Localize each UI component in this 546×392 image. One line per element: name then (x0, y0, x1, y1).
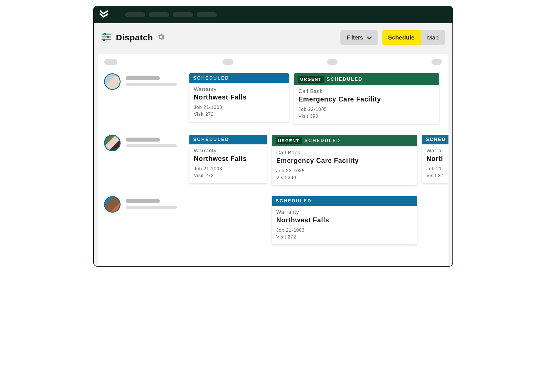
cards-area: SCHEDULEDWarrantyNorthwest FallsJob 21-1… (189, 73, 442, 125)
job-card[interactable]: URGENTSCHEDULEDCall BackEmergency Care F… (272, 135, 417, 185)
visit-number: Visit 390 (276, 174, 412, 181)
job-card-body: WarrantyNorthwest FallsJob 21-1003Visit … (189, 144, 267, 183)
job-type: Warra (427, 148, 448, 154)
placeholder-line (126, 199, 160, 203)
job-card-header: SCHED (422, 135, 448, 144)
titlebar (94, 6, 452, 23)
column-header-placeholder (431, 59, 442, 65)
job-title: Northwest Falls (276, 216, 412, 224)
person-cell (104, 73, 189, 90)
chevron-down-icon (367, 34, 372, 41)
visit-number: Visit 272 (276, 234, 412, 240)
job-type: Call Back (299, 88, 435, 94)
job-card[interactable]: URGENTSCHEDULEDCall BackEmergency Care F… (294, 73, 439, 124)
placeholder-line (126, 206, 177, 209)
schedule-tab[interactable]: Schedule (382, 30, 421, 45)
job-card-header: SCHEDULED (189, 135, 267, 144)
job-card[interactable]: SCHEDULEDWarrantyNorthwest FallsJob 21-1… (189, 135, 267, 183)
column-header-placeholder (104, 59, 117, 65)
job-card[interactable]: SCHEDWarraNortlJob 21-Visit 27 (422, 135, 448, 183)
visit-number: Visit 272 (194, 111, 284, 118)
map-tab[interactable]: Map (421, 30, 445, 45)
sliders-icon[interactable] (101, 33, 111, 42)
status-label: SCHEDULED (193, 137, 229, 142)
job-meta: Job 22-1085Visit 390 (299, 106, 435, 120)
job-number: Job 21-1003 (194, 104, 284, 111)
job-title: Emergency Care Facility (276, 157, 412, 165)
svg-point-1 (104, 33, 106, 35)
urgent-badge: URGENT (298, 76, 324, 83)
job-type: Warranty (194, 148, 262, 154)
schedule-row: SCHEDULEDWarrantyNorthwest FallsJob 21-1… (104, 73, 442, 125)
job-card-header: URGENTSCHEDULED (272, 135, 417, 146)
avatar[interactable] (104, 196, 121, 213)
job-type: Warranty (276, 209, 412, 215)
header-left: Dispatch (101, 33, 165, 42)
job-number: Job 22-1085 (276, 167, 412, 174)
svg-point-5 (103, 39, 105, 41)
job-type: Warranty (194, 86, 284, 92)
job-title: Emergency Care Facility (299, 96, 435, 103)
filters-button-label: Filters (347, 34, 363, 41)
schedule-row: SCHEDULEDWarrantyNorthwest FallsJob 21-1… (104, 135, 442, 186)
placeholder-line (126, 144, 177, 147)
job-title: Northwest Falls (194, 155, 262, 163)
titlebar-tab-placeholder (197, 12, 217, 17)
job-number: Job 22-1085 (299, 106, 435, 113)
logo-chevrons-icon (100, 10, 108, 19)
column-headers (104, 59, 442, 65)
job-meta: Job 21-1003Visit 272 (194, 104, 284, 118)
job-card-body: Call BackEmergency Care FacilityJob 22-1… (294, 85, 439, 124)
titlebar-tab-placeholder (173, 12, 193, 17)
schedule-row: SCHEDULEDWarrantyNorthwest FallsJob 21-1… (104, 196, 442, 247)
view-toggle: Schedule Map (382, 30, 445, 45)
titlebar-tab-placeholders (125, 12, 217, 17)
avatar[interactable] (104, 135, 121, 151)
job-title: Nortl (427, 155, 448, 163)
app-window: Dispatch Filters Schedule Map (93, 6, 453, 267)
page-title: Dispatch (116, 33, 153, 42)
cards-area: SCHEDULEDWarrantyNorthwest FallsJob 21-1… (189, 196, 442, 247)
header-right: Filters Schedule Map (340, 30, 445, 45)
gear-icon[interactable] (158, 33, 165, 42)
job-card-header: SCHEDULED (272, 196, 417, 206)
job-card-body: WarrantyNorthwest FallsJob 21-1003Visit … (189, 83, 289, 122)
person-name-placeholder (126, 76, 177, 86)
job-meta: Job 21-Visit 27 (427, 165, 448, 179)
job-meta: Job 22-1085Visit 390 (276, 167, 412, 181)
filters-button[interactable]: Filters (340, 30, 378, 45)
person-name-placeholder (126, 138, 177, 147)
job-card[interactable]: SCHEDULEDWarrantyNorthwest FallsJob 21-1… (272, 196, 417, 244)
status-label: SCHEDULED (327, 77, 363, 82)
placeholder-line (126, 76, 160, 80)
job-card-header: URGENTSCHEDULED (294, 73, 439, 85)
job-card[interactable]: SCHEDULEDWarrantyNorthwest FallsJob 21-1… (189, 73, 289, 122)
job-number: Job 21-1003 (194, 165, 262, 172)
placeholder-line (126, 138, 160, 142)
avatar[interactable] (104, 73, 121, 90)
column-header-placeholder (327, 59, 338, 65)
column-header-placeholder (222, 59, 233, 65)
job-type: Call Back (276, 150, 412, 156)
visit-number: Visit 390 (299, 113, 435, 120)
job-number: Job 21- (427, 165, 448, 172)
job-card-body: WarrantyNorthwest FallsJob 21-1003Visit … (272, 206, 417, 244)
cards-area: SCHEDULEDWarrantyNorthwest FallsJob 21-1… (189, 135, 442, 186)
person-cell (104, 135, 189, 151)
svg-point-3 (107, 36, 109, 38)
job-number: Job 21-1003 (276, 227, 412, 234)
status-label: SCHEDULED (276, 198, 312, 204)
job-card-body: Call BackEmergency Care FacilityJob 22-1… (272, 146, 417, 185)
placeholder-line (126, 83, 177, 86)
job-title: Northwest Falls (194, 94, 284, 101)
status-label: SCHEDULED (193, 76, 229, 81)
urgent-badge: URGENT (276, 137, 302, 144)
schedule-board: SCHEDULEDWarrantyNorthwest FallsJob 21-1… (98, 54, 448, 266)
status-label: SCHED (426, 137, 446, 142)
job-card-body: WarraNortlJob 21-Visit 27 (422, 144, 448, 183)
person-cell (104, 196, 189, 213)
job-card-header: SCHEDULED (189, 73, 289, 83)
visit-number: Visit 272 (194, 172, 262, 179)
person-name-placeholder (126, 199, 177, 209)
job-meta: Job 21-1003Visit 272 (276, 227, 412, 240)
